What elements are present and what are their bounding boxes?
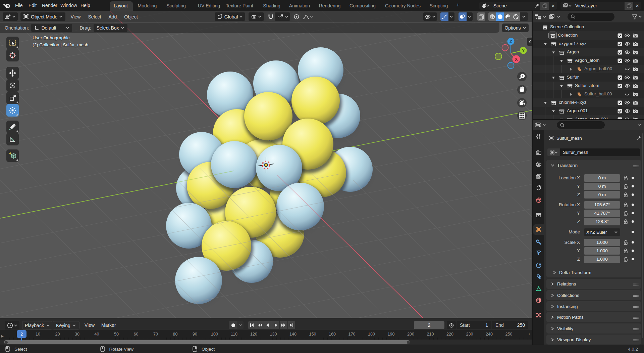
svg-text:Y: Y	[522, 48, 525, 53]
svg-text:Z: Z	[509, 39, 512, 44]
svg-text:X: X	[515, 57, 518, 62]
